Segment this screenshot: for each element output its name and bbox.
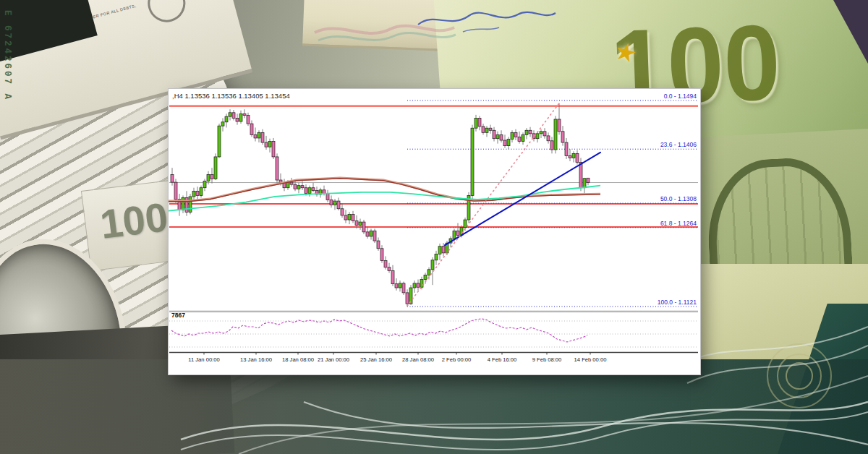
candle-body (182, 197, 184, 210)
time-axis-label: 25 Jan 16:00 (360, 356, 392, 363)
candle-body (569, 155, 571, 158)
price-chart[interactable]: 0.0 - 1.149423.6 - 1.140650.0 - 1.130861… (169, 89, 700, 374)
candle-body (214, 157, 217, 179)
chart-window[interactable]: 0.0 - 1.149423.6 - 1.140650.0 - 1.130861… (169, 89, 700, 374)
candle-body (384, 261, 387, 267)
candle-body (301, 186, 304, 188)
candle-body (442, 247, 445, 253)
candle-body (333, 201, 336, 205)
candle-body (171, 174, 174, 182)
indicator-label: 7867 (171, 312, 185, 319)
candle-body (493, 130, 495, 138)
candle-body (464, 220, 467, 228)
time-axis-label: 4 Feb 16:00 (488, 356, 517, 363)
candle-body (514, 132, 517, 137)
candle-body (424, 275, 427, 279)
candle-body (525, 130, 528, 134)
euro-signature-scribble (418, 12, 556, 25)
candle-body (388, 267, 391, 271)
candle-body (377, 241, 380, 249)
candle-body (359, 222, 362, 226)
candle-body (344, 215, 347, 220)
euro-signature-underline (463, 27, 499, 32)
candle-body (438, 247, 441, 254)
fib-level-label: 0.0 - 1.1494 (664, 93, 697, 100)
candle-body (239, 113, 242, 121)
candle-body (268, 142, 271, 147)
candle-body (250, 124, 253, 134)
time-axis-label: 28 Jan 08:00 (402, 356, 434, 363)
candle-body (355, 221, 358, 226)
candle-body (189, 197, 192, 212)
candle-body (522, 134, 524, 141)
candle-body (406, 293, 409, 304)
candle-body (203, 181, 206, 188)
indicator-line (171, 319, 587, 342)
candle-body (225, 116, 228, 122)
candle-body (243, 113, 246, 115)
candle-body (294, 184, 297, 189)
euro-guilloche-pink (315, 26, 454, 33)
chart-ohlc-header: ,H4 1.13536 1.13536 1.13405 1.13454 (172, 92, 290, 100)
candle-body (529, 130, 532, 134)
candle-body (272, 142, 275, 157)
candle-body (402, 283, 405, 293)
candle-body (312, 188, 315, 191)
time-axis-label: 13 Jan 16:00 (240, 356, 272, 363)
candle-body (536, 134, 539, 139)
euro-guilloche-teal (318, 33, 456, 40)
candle-body (391, 270, 394, 283)
candle-body (236, 118, 239, 121)
candle-body (427, 270, 430, 275)
candle-body (352, 214, 354, 220)
candle-body (276, 157, 278, 180)
candle-body (435, 254, 438, 260)
candle-body (258, 132, 260, 138)
candle-body (326, 193, 329, 200)
candle-body (395, 284, 398, 288)
candle-body (297, 186, 300, 189)
candle-body (558, 119, 561, 132)
candle-body (196, 191, 199, 195)
candle-body (232, 113, 235, 119)
candle-body (308, 188, 311, 194)
candle-body (554, 119, 557, 150)
candle-body (323, 190, 326, 194)
candle-body (221, 122, 224, 126)
candle-body (485, 128, 488, 132)
candle-body (261, 132, 264, 142)
candle-body (482, 127, 485, 132)
candle-body (572, 153, 575, 158)
candle-body (453, 231, 456, 239)
candle-body (362, 222, 365, 232)
candle-body (511, 132, 514, 139)
candle-body (413, 283, 416, 288)
time-axis-label: 2 Feb 00:00 (442, 356, 472, 363)
candle-body (587, 178, 590, 182)
candle-body (229, 113, 231, 116)
candle-body (366, 232, 369, 236)
candle-body (254, 134, 257, 138)
candle-body (471, 128, 474, 195)
time-axis-label: 11 Jan 00:00 (188, 356, 219, 363)
ma-fast-green (169, 186, 600, 211)
fib-level-label: 23.6 - 1.1406 (660, 141, 697, 148)
candle-body (330, 200, 333, 205)
time-axis-label: 9 Feb 08:00 (532, 356, 562, 363)
candle-body (210, 174, 213, 179)
candle-body (207, 174, 210, 181)
ma-slow-maroon (169, 179, 600, 202)
candle-body (583, 179, 586, 188)
candle-body (380, 249, 383, 261)
candle-body (478, 118, 481, 126)
time-axis-label: 21 Jan 00:00 (318, 356, 349, 363)
fib-level-label: 50.0 - 1.1308 (660, 195, 697, 202)
wave-line-bottom-3 (239, 376, 868, 454)
candle-body (290, 182, 293, 184)
euro-ring-mid (778, 354, 821, 398)
candle-body (518, 137, 521, 141)
candle-body (547, 136, 550, 141)
candle-body (576, 153, 579, 162)
fib-level-label: 61.8 - 1.1264 (660, 220, 697, 227)
candle-body (543, 132, 546, 136)
